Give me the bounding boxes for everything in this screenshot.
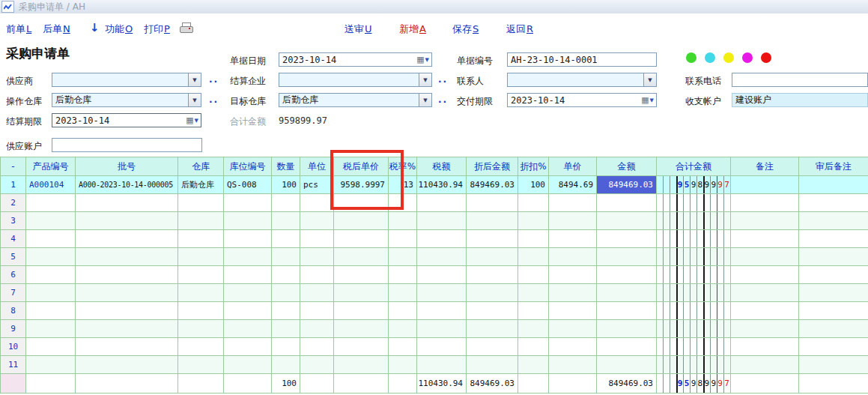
empty-cell[interactable] [549, 266, 597, 284]
empty-cell[interactable] [467, 230, 518, 248]
empty-cell[interactable] [300, 284, 334, 302]
totals-amount-grid[interactable]: 95989997 [657, 374, 731, 394]
empty-cell[interactable] [467, 248, 518, 266]
empty-cell[interactable] [467, 212, 518, 230]
empty-cell[interactable] [799, 338, 868, 356]
settle-deadline-field[interactable]: 2023-10-14 ▦ ▼ [52, 113, 201, 127]
save-button[interactable]: 保存S [452, 22, 479, 36]
empty-cell[interactable] [334, 212, 389, 230]
empty-cell[interactable] [417, 320, 467, 338]
empty-cell[interactable] [467, 356, 518, 374]
empty-cell[interactable] [549, 212, 597, 230]
empty-cell[interactable] [224, 212, 272, 230]
empty-cell[interactable] [272, 302, 300, 320]
row-number[interactable]: 3 [1, 212, 26, 230]
empty-cell[interactable] [272, 266, 300, 284]
empty-cell[interactable] [272, 194, 300, 212]
empty-cell[interactable] [518, 248, 549, 266]
empty-cell[interactable] [389, 284, 417, 302]
empty-cell[interactable] [518, 284, 549, 302]
empty-cell[interactable] [731, 194, 799, 212]
empty-cell[interactable] [417, 194, 467, 212]
cell-post-audit-remark[interactable] [799, 176, 868, 194]
prev-doc-button[interactable]: 前单L [6, 22, 31, 36]
empty-cell[interactable] [272, 248, 300, 266]
empty-cell[interactable] [389, 230, 417, 248]
empty-cell[interactable] [597, 230, 657, 248]
delivery-deadline-field[interactable]: 2023-10-14 ▦ ▼ [507, 93, 657, 107]
empty-cell[interactable] [334, 320, 389, 338]
empty-cell[interactable] [549, 284, 597, 302]
empty-cell[interactable] [334, 248, 389, 266]
empty-cell[interactable] [549, 248, 597, 266]
empty-cell[interactable] [272, 230, 300, 248]
cell-tax-rate[interactable]: 13 [389, 176, 417, 194]
empty-cell[interactable] [334, 194, 389, 212]
column-header-13[interactable]: 金额 [597, 157, 657, 176]
column-header-16[interactable]: 审后备注 [799, 157, 868, 176]
empty-cell[interactable] [518, 338, 549, 356]
empty-cell[interactable] [799, 230, 868, 248]
column-header-14[interactable]: 合计金额 [657, 157, 731, 176]
empty-cell[interactable] [799, 194, 868, 212]
empty-cell[interactable] [178, 356, 224, 374]
empty-cell[interactable] [334, 302, 389, 320]
add-new-button[interactable]: 新增A [399, 22, 426, 36]
empty-cell[interactable] [334, 266, 389, 284]
cell-price-after-tax[interactable]: 9598.9997 [334, 176, 389, 194]
print-button[interactable]: 打印P [144, 22, 170, 36]
empty-cell[interactable] [417, 302, 467, 320]
amount-grid-cell[interactable] [657, 230, 731, 248]
empty-cell[interactable] [76, 248, 178, 266]
empty-cell[interactable] [389, 356, 417, 374]
calendar-icon[interactable]: ▦ [186, 115, 193, 125]
cell-discount[interactable]: 100 [518, 176, 549, 194]
empty-cell[interactable] [300, 248, 334, 266]
column-header-4[interactable]: 库位编号 [224, 157, 272, 176]
amount-grid-cell[interactable] [657, 212, 731, 230]
amount-grid-cell[interactable] [657, 284, 731, 302]
empty-cell[interactable] [731, 356, 799, 374]
empty-cell[interactable] [417, 230, 467, 248]
empty-cell[interactable] [417, 356, 467, 374]
row-number[interactable]: 8 [1, 302, 26, 320]
printer-icon[interactable] [180, 22, 193, 34]
pay-account-field[interactable]: 建设账户 [732, 93, 868, 107]
empty-cell[interactable] [272, 338, 300, 356]
empty-cell[interactable] [549, 320, 597, 338]
column-header-12[interactable]: 单价 [549, 157, 597, 176]
cell-remark[interactable] [731, 176, 799, 194]
empty-cell[interactable] [272, 284, 300, 302]
amount-grid-cell[interactable] [657, 338, 731, 356]
empty-cell[interactable] [597, 338, 657, 356]
amount-grid-cell[interactable] [657, 248, 731, 266]
empty-cell[interactable] [389, 320, 417, 338]
cell-unit[interactable]: pcs [300, 176, 334, 194]
empty-cell[interactable] [76, 320, 178, 338]
amount-grid-cell[interactable] [657, 302, 731, 320]
next-doc-button[interactable]: 后单N [43, 22, 70, 36]
empty-cell[interactable] [26, 230, 76, 248]
column-header-15[interactable]: 备注 [731, 157, 799, 176]
empty-cell[interactable] [178, 320, 224, 338]
empty-cell[interactable] [178, 284, 224, 302]
empty-cell[interactable] [224, 302, 272, 320]
empty-cell[interactable] [334, 356, 389, 374]
empty-cell[interactable] [389, 302, 417, 320]
empty-cell[interactable] [731, 212, 799, 230]
empty-cell[interactable] [549, 194, 597, 212]
empty-cell[interactable] [300, 320, 334, 338]
empty-cell[interactable] [76, 194, 178, 212]
target-warehouse-combo[interactable]: 后勤仓库▼ [279, 93, 432, 107]
empty-cell[interactable] [417, 248, 467, 266]
cell-qty[interactable]: 100 [272, 176, 300, 194]
empty-cell[interactable] [300, 356, 334, 374]
empty-cell[interactable] [799, 284, 868, 302]
empty-cell[interactable] [731, 338, 799, 356]
empty-cell[interactable] [518, 212, 549, 230]
empty-cell[interactable] [76, 338, 178, 356]
empty-cell[interactable] [597, 212, 657, 230]
empty-cell[interactable] [76, 284, 178, 302]
empty-cell[interactable] [178, 248, 224, 266]
row-number[interactable]: 9 [1, 320, 26, 338]
